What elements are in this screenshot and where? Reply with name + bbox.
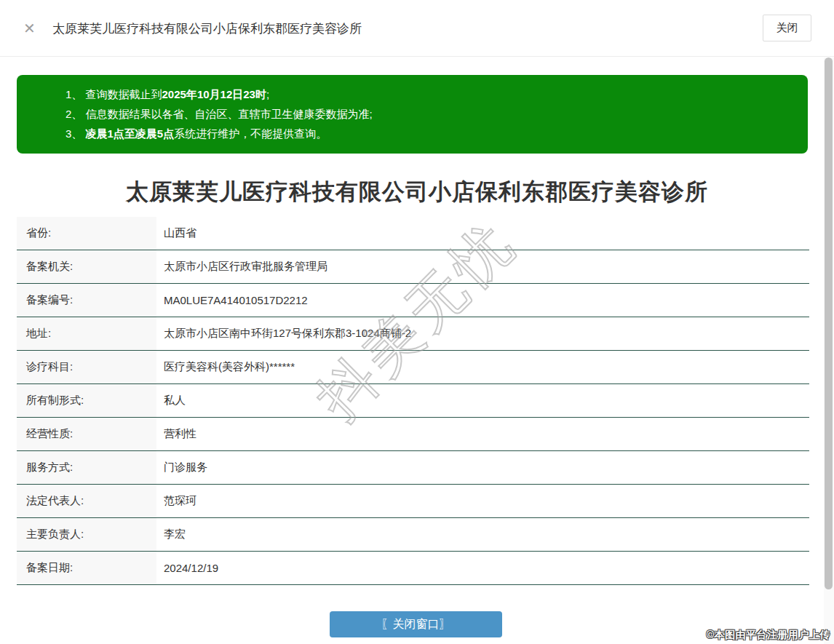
field-label: 省份: xyxy=(17,217,156,250)
field-label: 所有制形式: xyxy=(17,384,156,417)
field-label: 地址: xyxy=(17,317,156,350)
field-value: MA0LUE7A414010517D2212 xyxy=(156,284,809,317)
field-value: 门诊服务 xyxy=(156,451,809,484)
table-row: 主要负责人:李宏 xyxy=(17,518,809,552)
field-value: 太原市小店区南中环街127号保利东郡3-1024商铺-2 xyxy=(156,317,809,350)
notice-item: 1、 查询数据截止到2025年10月12日23时; xyxy=(65,84,793,104)
table-row: 备案编号:MA0LUE7A414010517D2212 xyxy=(17,284,809,317)
close-icon[interactable]: ✕ xyxy=(23,20,36,36)
close-button[interactable]: 关闭 xyxy=(763,15,811,41)
field-label: 法定代表人: xyxy=(17,485,156,517)
field-value: 医疗美容科(美容外科)****** xyxy=(156,351,809,383)
field-value: 营利性 xyxy=(156,418,809,450)
field-value: 山西省 xyxy=(156,217,809,250)
scrollbar[interactable] xyxy=(824,57,834,644)
table-row: 地址:太原市小店区南中环街127号保利东郡3-1024商铺-2 xyxy=(17,317,809,351)
field-value: 范琛珂 xyxy=(156,485,809,517)
field-label: 备案机关: xyxy=(17,250,156,283)
modal-header: ✕ 太原莱芙儿医疗科技有限公司小店保利东郡医疗美容诊所 关闭 xyxy=(0,0,834,57)
copyright-watermark: ©本图由平台注册用户上传 xyxy=(707,629,830,642)
field-label: 备案编号: xyxy=(17,284,156,317)
field-value: 李宏 xyxy=(156,518,809,551)
table-row: 备案日期:2024/12/19 xyxy=(17,552,809,585)
field-value: 私人 xyxy=(156,384,809,417)
field-label: 备案日期: xyxy=(17,552,156,584)
table-row: 备案机关:太原市小店区行政审批服务管理局 xyxy=(17,250,809,284)
table-row: 所有制形式:私人 xyxy=(17,384,809,418)
table-row: 经营性质:营利性 xyxy=(17,418,809,451)
field-value: 2024/12/19 xyxy=(156,552,809,584)
field-label: 诊疗科目: xyxy=(17,351,156,383)
field-label: 主要负责人: xyxy=(17,518,156,551)
notice-item: 2、 信息数据结果以各省、自治区、直辖市卫生健康委数据为准; xyxy=(65,104,793,124)
field-value: 太原市小店区行政审批服务管理局 xyxy=(156,250,809,283)
field-label: 经营性质: xyxy=(17,418,156,450)
field-label: 服务方式: xyxy=(17,451,156,484)
table-row: 诊疗科目:医疗美容科(美容外科)****** xyxy=(17,351,809,384)
scrollbar-thumb[interactable] xyxy=(825,57,833,589)
table-row: 省份:山西省 xyxy=(17,217,809,250)
close-window-button[interactable]: 〖关闭窗口〗 xyxy=(330,611,502,637)
notice-item: 3、 凌晨1点至凌晨5点系统进行维护，不能提供查询。 xyxy=(65,124,793,143)
notice-banner: 1、 查询数据截止到2025年10月12日23时;2、 信息数据结果以各省、自治… xyxy=(17,75,808,154)
page-title: 太原莱芙儿医疗科技有限公司小店保利东郡医疗美容诊所 xyxy=(0,177,834,207)
table-row: 服务方式:门诊服务 xyxy=(17,451,809,485)
info-table: 省份:山西省备案机关:太原市小店区行政审批服务管理局备案编号:MA0LUE7A4… xyxy=(17,217,809,585)
table-row: 法定代表人:范琛珂 xyxy=(17,485,809,518)
modal-title: 太原莱芙儿医疗科技有限公司小店保利东郡医疗美容诊所 xyxy=(52,0,362,57)
